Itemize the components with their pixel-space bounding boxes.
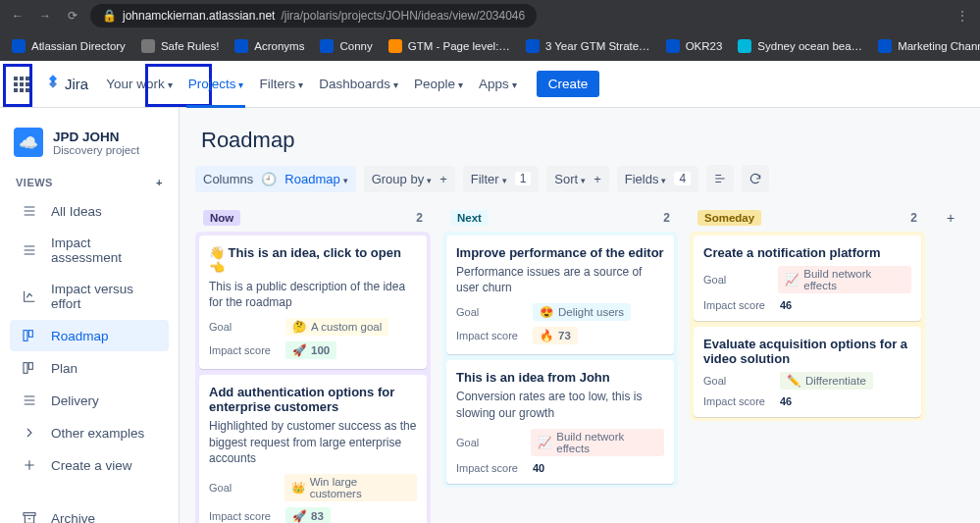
list-icon [22, 242, 37, 258]
impact-field-label: Impact score [209, 344, 278, 356]
impact-field-label: Impact score [703, 299, 772, 311]
sidebar-item-label: Other examples [51, 426, 144, 441]
column-stack: 👋 This is an idea, click to open 👈This i… [195, 232, 431, 523]
board: Now 2 👋 This is an idea, click to open 👈… [195, 204, 964, 523]
view-settings-icon[interactable] [706, 165, 734, 192]
goal-field-label: Goal [703, 274, 770, 286]
nav-item-apps[interactable]: Apps [471, 71, 525, 97]
nav-item-people[interactable]: People [406, 71, 471, 97]
add-column-button[interactable]: + [937, 204, 964, 232]
card-description: Highlighted by customer success as the b… [209, 418, 417, 466]
idea-card[interactable]: This is an idea from JohnConversion rate… [446, 360, 674, 483]
board-column-next: Next 2 Improve performance of the editor… [442, 204, 678, 488]
nav-item-your-work[interactable]: Your work [98, 71, 181, 97]
sidebar-footer-archive[interactable]: Archive [10, 502, 169, 523]
filter-control[interactable]: Filter 1 [463, 166, 540, 192]
bookmark-item[interactable]: Atlassian Directory [8, 37, 129, 55]
card-title: Improve performance of the editor [456, 245, 664, 260]
sidebar-item-roadmap[interactable]: Roadmap [10, 320, 169, 351]
bookmark-label: Safe Rules! [161, 40, 219, 52]
project-header[interactable]: ☁️ JPD JOHN Discovery project [4, 124, 175, 171]
browser-forward-icon[interactable]: → [35, 6, 55, 26]
board-column-someday: Someday 2 Create a notification platform… [690, 204, 925, 421]
groupby-add-icon[interactable]: + [439, 172, 447, 186]
column-count: 2 [663, 211, 670, 225]
nav-item-projects[interactable]: Projects [181, 71, 252, 97]
sidebar-item-all-ideas[interactable]: All Ideas [10, 195, 169, 227]
goal-field-label: Goal [703, 375, 772, 387]
browser-back-icon[interactable]: ← [8, 6, 27, 26]
browser-reload-icon[interactable]: ⟳ [63, 6, 82, 26]
card-description: This is a public description of the idea… [209, 279, 417, 310]
svg-rect-4 [24, 513, 35, 516]
sort-control[interactable]: Sort + [546, 166, 608, 192]
nav-item-dashboards[interactable]: Dashboards [311, 71, 406, 97]
bookmark-item[interactable]: GTM - Page level:… [385, 37, 514, 55]
fields-control[interactable]: Fields 4 [617, 166, 698, 192]
nav-item-filters[interactable]: Filters [251, 71, 311, 97]
card-title: Create a notification platform [703, 245, 911, 260]
idea-card[interactable]: Evaluate acquisition options for a video… [694, 327, 921, 417]
sidebar-item-plan[interactable]: Plan [10, 352, 169, 384]
favicon [12, 39, 26, 53]
impact-field-label: Impact score [456, 330, 525, 341]
url-host: johnamckiernan.atlassian.net [123, 9, 275, 23]
clock-icon: 🕘 [261, 172, 277, 186]
columns-control[interactable]: Columns 🕘 Roadmap [195, 166, 356, 192]
bookmark-item[interactable]: Marketing Channe… [874, 37, 980, 55]
extensions-icon[interactable]: ⋮ [953, 6, 972, 26]
bookmark-item[interactable]: Safe Rules! [137, 37, 223, 55]
bookmark-item[interactable]: Acronyms [231, 37, 308, 55]
sidebar-item-other-examples[interactable]: Other examples [10, 417, 169, 448]
bookmark-label: 3 Year GTM Strate… [545, 40, 650, 52]
goal-emoji-icon: 🤔 [292, 320, 306, 334]
idea-card[interactable]: 👋 This is an idea, click to open 👈This i… [199, 235, 427, 369]
card-title: Evaluate acquisition options for a video… [703, 337, 911, 366]
bookmark-item[interactable]: 3 Year GTM Strate… [522, 37, 654, 55]
bookmark-item[interactable]: Conny [316, 37, 376, 55]
svg-rect-1 [28, 331, 32, 338]
app-switcher-icon[interactable] [8, 71, 35, 98]
goal-emoji-icon: 👑 [291, 481, 305, 495]
bookmark-item[interactable]: OKR23 [662, 37, 727, 55]
goal-field-label: Goal [209, 482, 277, 494]
sidebar-item-label: Archive [51, 511, 95, 524]
score-pill: 🚀100 [285, 341, 336, 359]
sidebar-item-delivery[interactable]: Delivery [10, 385, 169, 416]
board-column-now: Now 2 👋 This is an idea, click to open 👈… [195, 204, 431, 523]
goal-field-label: Goal [209, 321, 278, 333]
lock-icon: 🔒 [102, 9, 117, 23]
bookmark-label: Marketing Channe… [898, 40, 980, 52]
sidebar-item-label: Impact assessment [51, 235, 157, 265]
column-stack: Improve performance of the editorPerform… [442, 232, 678, 488]
sidebar-item-label: Create a view [51, 458, 132, 473]
column-stack: Create a notification platformGoal📈Build… [690, 232, 925, 421]
svg-rect-0 [24, 331, 27, 341]
sidebar-item-impact-versus-effort[interactable]: Impact versus effort [10, 274, 169, 319]
address-bar[interactable]: 🔒 johnamckiernan.atlassian.net/jira/pola… [90, 4, 537, 27]
sidebar-item-impact-assessment[interactable]: Impact assessment [10, 228, 169, 273]
add-view-icon[interactable]: + [156, 177, 163, 188]
idea-card[interactable]: Create a notification platformGoal📈Build… [694, 235, 921, 321]
score-value: 40 [533, 462, 544, 474]
list-icon [22, 392, 37, 408]
jira-logo[interactable]: Jira [39, 74, 94, 94]
board-icon [22, 328, 37, 343]
groupby-control[interactable]: Group by + [364, 166, 455, 192]
favicon [526, 39, 540, 53]
url-path: /jira/polaris/projects/JOHN/ideas/view/2… [281, 9, 525, 23]
svg-rect-2 [24, 363, 27, 374]
archive-icon [22, 510, 37, 523]
impact-field-label: Impact score [209, 510, 278, 522]
sidebar: ☁️ JPD JOHN Discovery project VIEWS + Al… [0, 108, 180, 523]
bookmark-item[interactable]: Sydney ocean bea… [734, 37, 866, 55]
sort-add-icon[interactable]: + [593, 172, 601, 186]
idea-card[interactable]: Improve performance of the editorPerform… [446, 235, 674, 354]
idea-card[interactable]: Add authentication options for enterpris… [199, 375, 427, 523]
card-description: Performance issues are a source of user … [456, 264, 664, 295]
sidebar-item-create-a-view[interactable]: Create a view [10, 449, 169, 481]
create-button[interactable]: Create [537, 71, 600, 97]
autosave-icon[interactable] [742, 165, 769, 192]
goal-emoji-icon: 😍 [540, 305, 553, 319]
score-emoji-icon: 🔥 [540, 329, 553, 342]
